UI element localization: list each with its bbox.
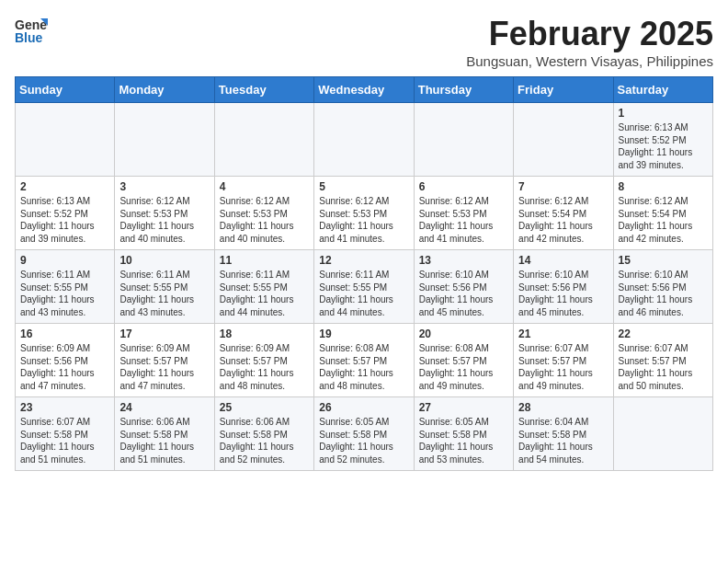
day-number: 19 [319,327,408,340]
day-info: Sunrise: 6:08 AM Sunset: 5:57 PM Dayligh… [319,342,408,392]
day-info: Sunrise: 6:11 AM Sunset: 5:55 PM Dayligh… [119,269,209,318]
logo: General Blue [15,15,48,48]
weekday-header-cell: Tuesday [214,77,313,103]
calendar-week-row: 1Sunrise: 6:13 AM Sunset: 5:52 PM Daylig… [16,103,713,177]
day-info: Sunrise: 6:07 AM Sunset: 5:58 PM Dayligh… [20,416,109,465]
calendar-day-cell: 14Sunrise: 6:10 AM Sunset: 5:56 PM Dayli… [514,250,613,324]
calendar-day-cell: 21Sunrise: 6:07 AM Sunset: 5:57 PM Dayli… [514,324,613,397]
day-number: 5 [319,180,408,193]
calendar-day-cell: 18Sunrise: 6:09 AM Sunset: 5:57 PM Dayli… [214,324,313,397]
day-info: Sunrise: 6:12 AM Sunset: 5:53 PM Dayligh… [220,195,309,245]
day-info: Sunrise: 6:11 AM Sunset: 5:55 PM Dayligh… [20,269,109,318]
day-number: 26 [319,401,408,414]
calendar-week-row: 16Sunrise: 6:09 AM Sunset: 5:56 PM Dayli… [16,324,713,397]
calendar-day-cell: 13Sunrise: 6:10 AM Sunset: 5:56 PM Dayli… [414,250,513,324]
day-number: 8 [619,180,708,193]
day-info: Sunrise: 6:12 AM Sunset: 5:53 PM Dayligh… [119,195,209,245]
day-number: 3 [119,180,209,193]
calendar-day-cell: 26Sunrise: 6:05 AM Sunset: 5:58 PM Dayli… [314,397,414,471]
calendar-day-cell: 6Sunrise: 6:12 AM Sunset: 5:53 PM Daylig… [414,177,513,250]
calendar-day-cell: 12Sunrise: 6:11 AM Sunset: 5:55 PM Dayli… [314,250,414,324]
calendar-day-cell [613,397,712,471]
calendar-day-cell [115,103,214,177]
calendar-week-row: 2Sunrise: 6:13 AM Sunset: 5:52 PM Daylig… [16,177,713,250]
day-number: 24 [119,401,209,414]
day-info: Sunrise: 6:12 AM Sunset: 5:54 PM Dayligh… [518,195,608,245]
calendar-day-cell: 24Sunrise: 6:06 AM Sunset: 5:58 PM Dayli… [115,397,214,471]
day-number: 18 [220,327,309,340]
day-number: 4 [220,180,309,193]
day-number: 28 [518,401,608,414]
month-year-title: February 2025 [466,15,713,53]
day-info: Sunrise: 6:08 AM Sunset: 5:57 PM Dayligh… [419,342,508,392]
day-number: 7 [518,180,608,193]
day-number: 10 [119,254,209,267]
calendar-day-cell: 3Sunrise: 6:12 AM Sunset: 5:53 PM Daylig… [115,177,214,250]
day-info: Sunrise: 6:09 AM Sunset: 5:57 PM Dayligh… [220,342,309,392]
day-number: 1 [619,107,708,120]
weekday-header-cell: Thursday [414,77,513,103]
day-info: Sunrise: 6:05 AM Sunset: 5:58 PM Dayligh… [319,416,408,465]
day-number: 23 [20,401,109,414]
day-info: Sunrise: 6:05 AM Sunset: 5:58 PM Dayligh… [419,416,508,465]
weekday-header-row: SundayMondayTuesdayWednesdayThursdayFrid… [16,77,713,103]
day-info: Sunrise: 6:09 AM Sunset: 5:56 PM Dayligh… [20,342,109,392]
calendar-day-cell: 17Sunrise: 6:09 AM Sunset: 5:57 PM Dayli… [115,324,214,397]
weekday-header-cell: Saturday [613,77,712,103]
logo-icon: General Blue [15,15,48,48]
calendar-day-cell [16,103,115,177]
calendar-day-cell: 11Sunrise: 6:11 AM Sunset: 5:55 PM Dayli… [214,250,313,324]
svg-text:Blue: Blue [15,30,43,45]
calendar-day-cell: 22Sunrise: 6:07 AM Sunset: 5:57 PM Dayli… [613,324,712,397]
day-info: Sunrise: 6:06 AM Sunset: 5:58 PM Dayligh… [119,416,209,465]
calendar-day-cell [314,103,414,177]
calendar-day-cell: 20Sunrise: 6:08 AM Sunset: 5:57 PM Dayli… [414,324,513,397]
calendar-day-cell: 7Sunrise: 6:12 AM Sunset: 5:54 PM Daylig… [514,177,613,250]
calendar-day-cell: 15Sunrise: 6:10 AM Sunset: 5:56 PM Dayli… [613,250,712,324]
calendar-day-cell: 25Sunrise: 6:06 AM Sunset: 5:58 PM Dayli… [214,397,313,471]
day-info: Sunrise: 6:12 AM Sunset: 5:53 PM Dayligh… [319,195,408,245]
day-info: Sunrise: 6:07 AM Sunset: 5:57 PM Dayligh… [619,342,708,392]
calendar-day-cell: 8Sunrise: 6:12 AM Sunset: 5:54 PM Daylig… [613,177,712,250]
weekday-header-cell: Monday [115,77,214,103]
calendar-day-cell [514,103,613,177]
calendar-day-cell: 5Sunrise: 6:12 AM Sunset: 5:53 PM Daylig… [314,177,414,250]
weekday-header-cell: Sunday [16,77,115,103]
calendar-day-cell [214,103,313,177]
day-info: Sunrise: 6:11 AM Sunset: 5:55 PM Dayligh… [319,269,408,318]
day-number: 11 [220,254,309,267]
page-header: General Blue February 2025 Bungsuan, Wes… [15,15,713,69]
day-number: 22 [619,327,708,340]
day-number: 12 [319,254,408,267]
day-info: Sunrise: 6:04 AM Sunset: 5:58 PM Dayligh… [518,416,608,465]
location-subtitle: Bungsuan, Western Visayas, Philippines [466,53,713,69]
calendar-body: 1Sunrise: 6:13 AM Sunset: 5:52 PM Daylig… [16,103,713,471]
day-info: Sunrise: 6:12 AM Sunset: 5:54 PM Dayligh… [619,195,708,245]
day-info: Sunrise: 6:12 AM Sunset: 5:53 PM Dayligh… [419,195,508,245]
day-info: Sunrise: 6:06 AM Sunset: 5:58 PM Dayligh… [220,416,309,465]
calendar-week-row: 9Sunrise: 6:11 AM Sunset: 5:55 PM Daylig… [16,250,713,324]
weekday-header-cell: Friday [514,77,613,103]
day-number: 9 [20,254,109,267]
calendar-day-cell: 4Sunrise: 6:12 AM Sunset: 5:53 PM Daylig… [214,177,313,250]
day-number: 13 [419,254,508,267]
day-number: 16 [20,327,109,340]
day-info: Sunrise: 6:09 AM Sunset: 5:57 PM Dayligh… [119,342,209,392]
day-info: Sunrise: 6:13 AM Sunset: 5:52 PM Dayligh… [619,121,708,171]
calendar-day-cell: 1Sunrise: 6:13 AM Sunset: 5:52 PM Daylig… [613,103,712,177]
calendar-day-cell: 9Sunrise: 6:11 AM Sunset: 5:55 PM Daylig… [16,250,115,324]
day-info: Sunrise: 6:10 AM Sunset: 5:56 PM Dayligh… [619,269,708,318]
day-info: Sunrise: 6:07 AM Sunset: 5:57 PM Dayligh… [518,342,608,392]
day-info: Sunrise: 6:13 AM Sunset: 5:52 PM Dayligh… [20,195,109,245]
day-number: 15 [619,254,708,267]
day-number: 21 [518,327,608,340]
calendar-day-cell: 19Sunrise: 6:08 AM Sunset: 5:57 PM Dayli… [314,324,414,397]
calendar-day-cell: 2Sunrise: 6:13 AM Sunset: 5:52 PM Daylig… [16,177,115,250]
title-area: February 2025 Bungsuan, Western Visayas,… [466,15,713,69]
day-number: 20 [419,327,508,340]
calendar-week-row: 23Sunrise: 6:07 AM Sunset: 5:58 PM Dayli… [16,397,713,471]
day-number: 6 [419,180,508,193]
calendar-day-cell: 28Sunrise: 6:04 AM Sunset: 5:58 PM Dayli… [514,397,613,471]
calendar-day-cell: 16Sunrise: 6:09 AM Sunset: 5:56 PM Dayli… [16,324,115,397]
calendar-day-cell [414,103,513,177]
